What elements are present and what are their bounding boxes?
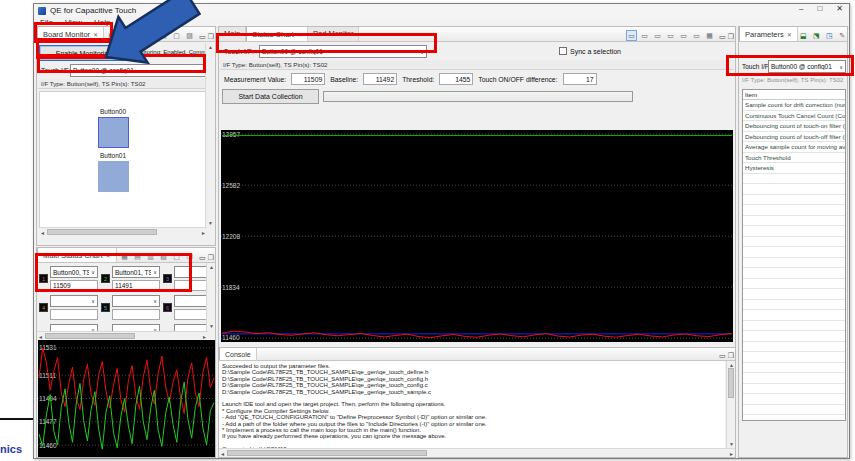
scroll-right-icon[interactable]: ► [729,450,734,457]
multi-slot-source-select[interactable]: ∨ [112,295,160,307]
panel-maximize-icon[interactable]: ❒ [727,352,735,360]
start-data-collection-button[interactable]: Start Data Collection [222,89,319,104]
multi-slot-source-select[interactable]: ∨ [50,324,98,331]
tab-parameters[interactable]: Parameters ✕ [739,26,798,41]
panel-minimize-icon[interactable]: ▭ [718,33,727,41]
field-label: Touch ON/OFF difference: [478,76,557,83]
scroll-left-icon[interactable]: ◄ [220,450,225,457]
params-empty-row[interactable] [743,321,845,332]
multi-slot-source-select[interactable]: ∨ [174,324,208,331]
params-row[interactable]: Continuous Touch Cancel Count (Count) [743,111,845,122]
params-row[interactable]: Debouncing count of touch-off filter (Co… [743,132,845,143]
params-export-icon[interactable]: ⬔ [811,30,822,41]
multi-slot-value[interactable] [112,309,160,320]
console-output: Succeeded to output the parameter files.… [219,361,725,449]
scroll-up-icon[interactable]: ▲ [208,43,213,52]
params-if-type-text: I/F Type: Button(self), TS Pin(s): TS02 [742,77,846,83]
params-empty-row[interactable] [743,226,845,237]
params-empty-row[interactable] [743,331,845,342]
chart-grid-icon[interactable]: ▦ [704,30,715,41]
window-maximize-button[interactable]: □ [817,4,822,17]
params-row[interactable]: Hysteresis [743,163,845,174]
panel-maximize-icon[interactable]: ❒ [727,33,735,41]
board-grid-icon[interactable]: ▧ [145,30,156,41]
params-row[interactable]: Debouncing count of touch-on filter (Cou… [743,121,845,132]
close-tab-icon[interactable]: ✕ [787,31,792,38]
multi-vertical-scrollbar[interactable]: ▲ ▼ [206,263,215,331]
params-empty-row[interactable] [743,384,845,395]
scroll-thumb[interactable] [47,229,157,235]
scroll-thumb[interactable] [45,333,135,339]
params-empty-row[interactable] [743,373,845,384]
params-empty-row[interactable] [743,205,845,216]
page-underline-decoration [0,418,36,420]
panel-minimize-icon[interactable]: ▭ [718,352,727,360]
chart-zoom-out-icon[interactable]: ▭ [652,30,663,41]
board-copy-icon[interactable]: ▥ [132,30,143,41]
board-record-icon[interactable]: ▣ [158,30,169,41]
params-apply-icon[interactable]: ◳ [824,30,835,41]
params-empty-row[interactable] [743,247,845,258]
tab-console[interactable]: Console [219,347,257,360]
params-empty-row[interactable] [743,268,845,279]
window-minimize-button[interactable]: – [799,4,803,17]
params-empty-row[interactable] [743,184,845,195]
sync-selection-checkbox[interactable] [559,47,567,55]
params-empty-row[interactable] [743,300,845,311]
params-empty-row[interactable] [743,258,845,269]
scroll-thumb[interactable] [227,450,427,456]
window-title: QE for Capacitive Touch [50,6,136,15]
multi-slot-value[interactable] [50,309,98,320]
console-vertical-scrollbar[interactable]: ▲ ▼ [726,361,735,449]
multi-horizontal-scrollbar[interactable]: ◄ ► [37,331,208,340]
chart-zoom-in-icon[interactable]: ▭ [639,30,650,41]
board-horizontal-scrollbar[interactable]: ◄ ► [39,227,207,236]
board-pin-icon[interactable]: ▨ [184,30,195,41]
multi-slot-source-select[interactable]: ∨ [174,295,208,307]
annotation-box-multi-slots [35,253,192,292]
params-empty-row[interactable] [743,216,845,227]
chart-pan-icon[interactable]: ▭ [665,30,676,41]
y-axis-tick-label: 11834 [222,284,240,291]
params-empty-row[interactable] [743,174,845,185]
params-empty-row[interactable] [743,310,845,321]
params-import-icon[interactable]: ⬓ [798,30,809,41]
window-close-button[interactable]: ✕ [836,4,843,17]
params-empty-row[interactable] [743,352,845,363]
multi-slot-source-select[interactable]: ∨ [50,295,98,307]
params-row[interactable]: Average sample count for moving average … [743,142,845,153]
console-horizontal-scrollbar[interactable]: ◄ ► [219,448,735,457]
chart-fit-icon[interactable]: ▭ [678,30,689,41]
params-row[interactable]: Touch Threshold [743,153,845,164]
params-empty-row[interactable] [743,279,845,290]
chart-cursor-icon[interactable]: ▭ [626,30,637,41]
panel-maximize-icon[interactable]: ❒ [207,254,215,262]
field-label: Baseline: [330,76,358,83]
params-empty-row[interactable] [743,405,845,416]
scroll-down-icon[interactable]: ▼ [209,322,214,331]
multi-slot-source-select[interactable]: ∨ [112,324,160,331]
params-empty-row[interactable] [743,342,845,353]
panel-minimize-icon[interactable]: ▭ [198,33,207,41]
console-tabbar: Console ▭ ❒ [219,348,735,361]
scroll-right-icon[interactable]: ► [201,229,206,238]
panel-minimize-icon[interactable]: ▭ [198,254,207,262]
scroll-left-icon[interactable]: ◄ [40,229,45,238]
params-empty-row[interactable] [743,289,845,300]
params-empty-row[interactable] [743,363,845,374]
multi-slot-value[interactable] [174,309,208,320]
annotation-box-editor-touch-if [216,33,437,53]
board-export-icon[interactable]: ▢ [171,30,182,41]
board-vertical-scrollbar[interactable]: ▲ ▼ [205,43,214,228]
params-empty-row[interactable] [743,394,845,405]
params-row[interactable]: Sample count for drift correction (numbe… [743,100,845,111]
chart-save-icon[interactable]: ▭ [691,30,702,41]
scroll-down-icon[interactable]: ▼ [208,219,213,228]
scroll-up-icon[interactable]: ▲ [209,263,214,272]
panel-maximize-icon[interactable]: ❒ [207,33,215,41]
params-empty-row[interactable] [743,237,845,248]
params-empty-row[interactable] [743,195,845,206]
scroll-thumb[interactable] [728,368,734,398]
params-header-item: Item [743,90,845,100]
params-edit-icon[interactable]: ✎ [837,30,848,41]
